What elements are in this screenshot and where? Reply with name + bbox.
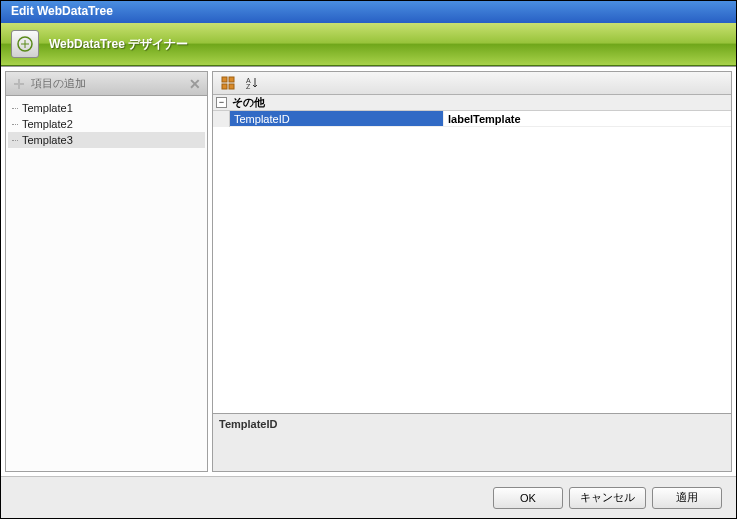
svg-text:Z: Z bbox=[246, 83, 251, 90]
property-row[interactable]: TemplateIDlabelTemplate bbox=[213, 111, 731, 127]
template-item[interactable]: Template2 bbox=[8, 116, 205, 132]
category-row: − その他 bbox=[213, 95, 731, 111]
property-indent bbox=[213, 111, 230, 127]
svg-rect-6 bbox=[229, 84, 234, 89]
description-title: TemplateID bbox=[219, 418, 725, 430]
property-name[interactable]: TemplateID bbox=[230, 111, 444, 127]
svg-rect-2 bbox=[14, 83, 24, 85]
sort-button[interactable]: A Z bbox=[241, 74, 263, 93]
template-item[interactable]: Template3 bbox=[8, 132, 205, 148]
close-icon[interactable]: ✕ bbox=[189, 76, 201, 92]
svg-rect-4 bbox=[229, 77, 234, 82]
apply-button[interactable]: 適用 bbox=[652, 487, 722, 509]
category-label: その他 bbox=[232, 95, 265, 110]
property-value[interactable]: labelTemplate bbox=[444, 111, 731, 127]
designer-header: WebDataTree デザイナー bbox=[1, 23, 736, 66]
svg-rect-3 bbox=[222, 77, 227, 82]
cancel-button[interactable]: キャンセル bbox=[569, 487, 646, 509]
add-item-label: 項目の追加 bbox=[31, 76, 86, 91]
main-area: 項目の追加 ✕ Template1Template2Template3 A bbox=[1, 66, 736, 476]
designer-title: WebDataTree デザイナー bbox=[49, 36, 188, 53]
categorize-button[interactable] bbox=[217, 74, 239, 93]
dialog-window: Edit WebDataTree WebDataTree デザイナー 項目の追加… bbox=[0, 0, 737, 519]
property-toolbar: A Z bbox=[213, 72, 731, 95]
collapse-icon[interactable]: − bbox=[216, 97, 227, 108]
designer-icon bbox=[11, 30, 39, 58]
plus-icon bbox=[12, 77, 26, 91]
add-item-bar[interactable]: 項目の追加 ✕ bbox=[6, 72, 207, 96]
description-panel: TemplateID bbox=[213, 413, 731, 471]
ok-button[interactable]: OK bbox=[493, 487, 563, 509]
template-list-panel: 項目の追加 ✕ Template1Template2Template3 bbox=[5, 71, 208, 472]
template-item[interactable]: Template1 bbox=[8, 100, 205, 116]
dialog-button-bar: OK キャンセル 適用 bbox=[1, 476, 736, 518]
svg-rect-5 bbox=[222, 84, 227, 89]
window-title: Edit WebDataTree bbox=[11, 4, 113, 18]
titlebar[interactable]: Edit WebDataTree bbox=[1, 1, 736, 23]
property-panel: A Z − その他 TemplateIDlabelTemplate Templa… bbox=[212, 71, 732, 472]
template-tree: Template1Template2Template3 bbox=[6, 96, 207, 152]
property-grid[interactable]: − その他 TemplateIDlabelTemplate bbox=[213, 95, 731, 413]
